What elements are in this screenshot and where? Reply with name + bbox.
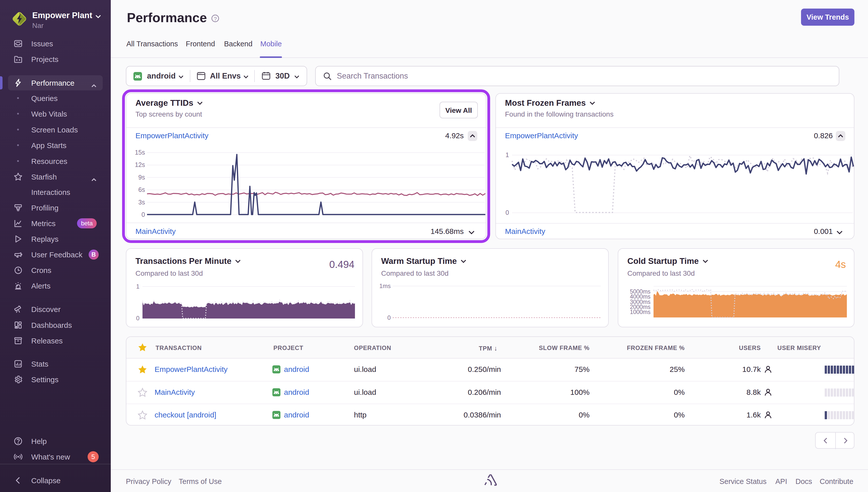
svg-text:3s: 3s (138, 199, 145, 206)
svg-text:1000ms: 1000ms (630, 309, 650, 315)
svg-text:6s: 6s (138, 186, 145, 193)
svg-text:0: 0 (387, 314, 391, 321)
svg-text:1: 1 (506, 151, 509, 158)
svg-text:0: 0 (506, 209, 509, 216)
svg-text:9s: 9s (138, 174, 145, 181)
svg-text:0: 0 (142, 211, 145, 218)
svg-text:1ms: 1ms (379, 282, 391, 289)
svg-text:0: 0 (136, 315, 139, 322)
svg-text:1: 1 (136, 283, 139, 290)
svg-text:15s: 15s (135, 149, 145, 156)
svg-text:12s: 12s (135, 161, 145, 168)
